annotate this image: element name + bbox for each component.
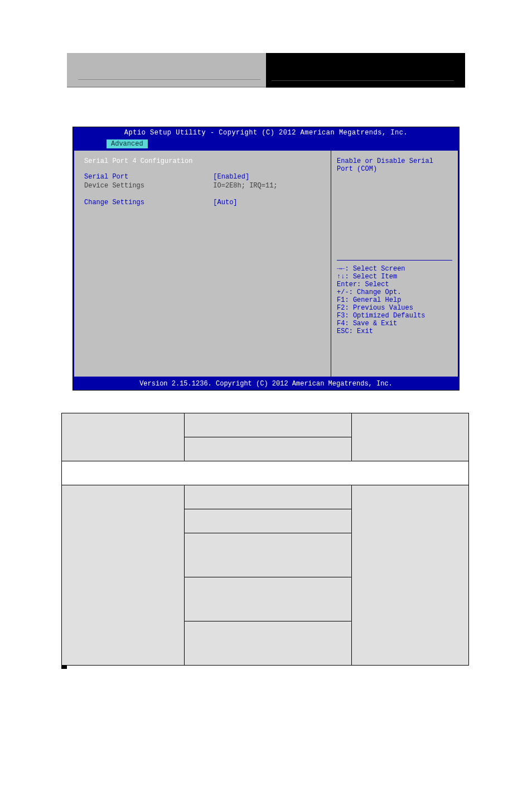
cell-6-2 (185, 533, 351, 577)
device-settings-label: Device Settings (84, 182, 213, 190)
cell-8-2 (185, 621, 351, 665)
cell-1-1 (62, 426, 184, 449)
serial-port-label: Serial Port (84, 173, 213, 181)
serial-port-value[interactable]: [Enabled] (213, 173, 321, 181)
clip-mark (61, 666, 67, 669)
settings-table (61, 413, 469, 666)
doc-header (67, 53, 465, 88)
nav-f2: F2: Previous Values (337, 304, 452, 312)
help-text: Enable or Disable Serial Port (COM) (337, 157, 452, 258)
cell-4-1 (62, 563, 184, 587)
row-serial-port[interactable]: Serial Port [Enabled] (84, 173, 321, 181)
table-row (62, 413, 469, 437)
nav-esc: ESC: Exit (337, 327, 452, 335)
nav-f4: F4: Save & Exit (337, 320, 452, 327)
device-settings-value: IO=2E8h; IRQ=11; (213, 182, 321, 190)
bios-window: Aptio Setup Utility - Copyright (C) 2012… (72, 127, 460, 391)
cell-1-3 (352, 426, 468, 449)
nav-change-opt: +/-: Change Opt. (337, 288, 452, 296)
bios-tab-bar: Advanced (73, 137, 459, 150)
cell-5-2 (185, 509, 351, 533)
table-row (62, 485, 469, 509)
cell-2-2 (185, 437, 351, 461)
nav-select-item: ↑↓: Select Item (337, 273, 452, 281)
tab-advanced[interactable]: Advanced (107, 139, 148, 148)
header-left-panel (67, 53, 266, 88)
table-row (62, 461, 469, 485)
cell-3-span (62, 461, 468, 485)
bios-footer: Version 2.15.1236. Copyright (C) 2012 Am… (73, 378, 459, 390)
cell-4-2 (185, 485, 351, 509)
bios-title: Aptio Setup Utility - Copyright (C) 2012… (73, 127, 459, 137)
cell-7-2 (185, 577, 351, 621)
nav-select-screen: →←: Select Screen (337, 265, 452, 273)
nav-f3: F3: Optimized Defaults (337, 312, 452, 320)
nav-enter: Enter: Select (337, 281, 452, 288)
row-device-settings: Device Settings IO=2E8h; IRQ=11; (84, 182, 321, 190)
bios-side-panel: Enable or Disable Serial Port (COM) →←: … (331, 151, 458, 377)
bios-main-panel: Serial Port 4 Configuration Serial Port … (74, 151, 331, 377)
change-settings-label: Change Settings (84, 199, 213, 206)
header-right-panel (266, 53, 465, 88)
section-title: Serial Port 4 Configuration (84, 157, 321, 165)
cell-4-3 (352, 563, 468, 587)
nav-f1: F1: General Help (337, 296, 452, 304)
change-settings-value[interactable]: [Auto] (213, 199, 321, 206)
row-change-settings[interactable]: Change Settings [Auto] (84, 199, 321, 206)
side-divider (337, 260, 452, 261)
cell-1-2 (185, 413, 351, 437)
